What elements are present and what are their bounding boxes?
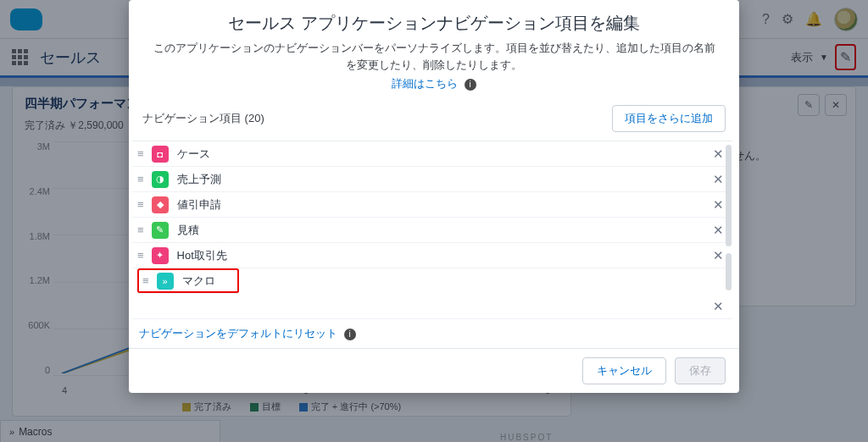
nav-item-row[interactable]: ≡◑売上予測✕ — [132, 167, 732, 192]
nav-item-icon: ◑ — [152, 171, 169, 188]
cancel-button[interactable]: キャンセル — [582, 357, 666, 384]
reset-row: ナビゲーションをデフォルトにリセット i — [129, 319, 739, 348]
nav-item-icon: » — [157, 273, 174, 290]
drag-handle-icon[interactable]: ≡ — [142, 274, 148, 287]
nav-item-icon: ◆ — [152, 196, 169, 213]
nav-item-row[interactable]: ≡✦Hot取引先✕ — [132, 243, 732, 268]
save-button[interactable]: 保存 — [675, 357, 726, 384]
nav-item-label: 値引申請 — [177, 197, 221, 213]
help-link[interactable]: 詳細はこちら — [392, 78, 458, 90]
scrollbar-thumb[interactable] — [726, 253, 732, 290]
nav-item-icon: ✦ — [152, 247, 169, 264]
nav-items-count: ナビゲーション項目 (20) — [142, 111, 264, 126]
drag-handle-icon[interactable]: ≡ — [137, 224, 143, 236]
remove-item-icon[interactable]: ✕ — [713, 299, 724, 314]
remove-item-icon[interactable]: ✕ — [713, 197, 724, 213]
nav-item-label: マクロ — [182, 273, 215, 289]
remove-item-icon[interactable]: ✕ — [713, 146, 724, 162]
modal-description: このアプリケーションのナビゲーションバーをパーソナライズします。項目を並び替えた… — [129, 40, 739, 74]
row-remove-area: ✕ — [132, 294, 732, 319]
nav-item-icon: ✎ — [152, 222, 169, 239]
info-icon[interactable]: i — [344, 329, 356, 340]
modal-title: セールス アプリケーションナビゲーション項目を編集 — [129, 0, 739, 40]
scrollbar-thumb[interactable] — [726, 145, 732, 246]
nav-item-label: 見積 — [177, 223, 199, 238]
edit-nav-modal: セールス アプリケーションナビゲーション項目を編集 このアプリケーションのナビゲ… — [129, 0, 739, 393]
remove-item-icon[interactable]: ✕ — [713, 248, 724, 263]
remove-item-icon[interactable]: ✕ — [713, 223, 724, 238]
nav-item-label: Hot取引先 — [177, 248, 227, 263]
drag-handle-icon[interactable]: ≡ — [137, 249, 143, 262]
reset-to-default-link[interactable]: ナビゲーションをデフォルトにリセット — [139, 327, 337, 340]
nav-item-label: 売上予測 — [177, 172, 221, 187]
drag-handle-icon[interactable]: ≡ — [137, 173, 143, 185]
drag-handle-icon[interactable]: ≡ — [137, 198, 143, 211]
add-more-items-button[interactable]: 項目をさらに追加 — [612, 105, 726, 132]
remove-item-icon[interactable]: ✕ — [713, 172, 724, 187]
modal-subheader: ナビゲーション項目 (20) 項目をさらに追加 — [129, 100, 739, 141]
nav-items-list: ≡◘ケース✕≡◑売上予測✕≡◆値引申請✕≡✎見積✕≡✦Hot取引先✕≡»マクロ✕ — [132, 141, 732, 294]
nav-item-label: ケース — [177, 146, 210, 162]
drag-handle-icon[interactable]: ≡ — [137, 147, 143, 160]
nav-item-icon: ◘ — [152, 146, 169, 163]
info-icon[interactable]: i — [465, 79, 476, 91]
nav-item-row[interactable]: ≡◘ケース✕ — [132, 141, 732, 167]
modal-help: 詳細はこちら i — [129, 74, 739, 100]
nav-item-row[interactable]: ≡✎見積✕ — [132, 218, 732, 243]
nav-item-row[interactable]: ≡◆値引申請✕ — [132, 192, 732, 218]
modal-footer: キャンセル 保存 — [129, 348, 739, 393]
nav-item-row[interactable]: ≡»マクロ✕ — [137, 268, 239, 294]
